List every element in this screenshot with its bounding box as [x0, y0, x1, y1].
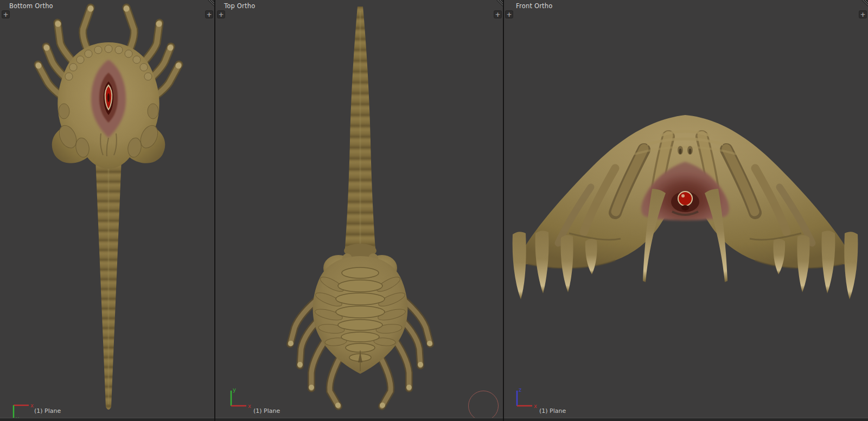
area-corner-grip-icon[interactable] [861, 0, 868, 7]
expand-panel-button[interactable]: + [494, 10, 502, 18]
plus-icon: + [206, 11, 213, 17]
area-splitter[interactable] [214, 0, 215, 421]
axis-gizmo: y x [228, 385, 253, 410]
area-corner-grip-icon[interactable] [496, 0, 503, 7]
brush-radius-circle [468, 391, 499, 418]
viewport-top-ortho[interactable]: Top Ortho + + y x (1) Plane [215, 0, 503, 418]
plus-icon: + [494, 11, 501, 17]
plus-icon: + [2, 11, 9, 17]
viewport-front-ortho[interactable]: Front Ortho + + z x (1) Plane [504, 0, 868, 418]
viewport-title: Top Ortho [224, 2, 255, 10]
axis-x-label: x [248, 403, 251, 409]
object-info-text: (1) Plane [539, 407, 566, 414]
object-info-text: (1) Plane [34, 407, 61, 414]
object-info-text: (1) Plane [253, 407, 280, 414]
axis-x-label: x [30, 403, 34, 409]
plus-icon: + [506, 11, 513, 17]
axis-z-label: z [519, 387, 521, 393]
facehugger-tail-bottom [95, 158, 122, 410]
multiview-3d-workspace: Bottom Ortho + + x y (1) Plane [0, 0, 868, 421]
facehugger-model-bottom-view [0, 0, 214, 418]
facehugger-model-front-view [504, 0, 868, 418]
expand-panel-button[interactable]: + [859, 10, 867, 18]
axis-x-label: x [534, 403, 537, 409]
viewport-bottom-ortho[interactable]: Bottom Ortho + + x y (1) Plane [0, 0, 214, 418]
viewport-title: Bottom Ortho [9, 2, 53, 10]
area-splitter[interactable] [503, 0, 504, 421]
expand-panel-button[interactable]: + [505, 10, 513, 18]
axis-y-label: y [233, 387, 236, 393]
area-bottom-edge[interactable] [0, 418, 868, 421]
axis-gizmo: z x [514, 385, 539, 410]
plus-icon: + [859, 11, 866, 17]
expand-panel-button[interactable]: + [217, 10, 225, 18]
facehugger-tail-top [345, 7, 375, 248]
expand-panel-button[interactable]: + [205, 10, 213, 18]
area-corner-grip-icon[interactable] [207, 0, 214, 7]
plus-icon: + [218, 11, 225, 17]
axis-gizmo: x y [11, 401, 36, 418]
viewport-title: Front Ortho [516, 2, 553, 10]
expand-panel-button[interactable]: + [2, 10, 10, 18]
facehugger-body-top [313, 244, 408, 374]
facehugger-model-top-view [215, 0, 503, 418]
